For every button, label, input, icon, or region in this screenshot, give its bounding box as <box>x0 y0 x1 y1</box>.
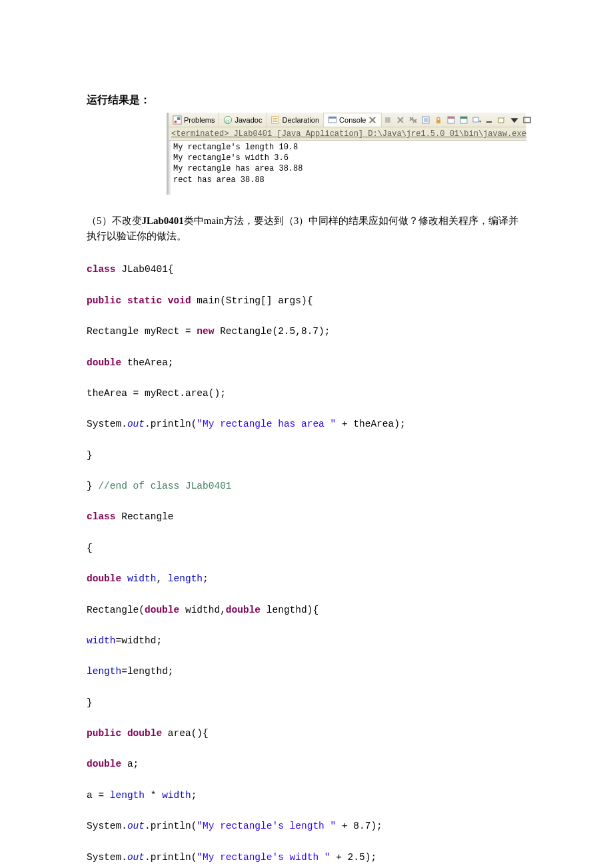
console-screenshot-1: Problems @ Javadoc Declaration Console <box>167 113 526 195</box>
minimize-icon[interactable] <box>483 115 495 125</box>
svg-rect-5 <box>272 116 279 123</box>
svg-rect-27 <box>460 117 467 119</box>
terminate-icon[interactable] <box>382 115 394 125</box>
svg-point-1 <box>174 120 177 123</box>
console-output: My rectangle's length 10.8 My rectangle'… <box>169 141 526 195</box>
svg-rect-12 <box>385 117 390 123</box>
result-heading-1: 运行结果是： <box>87 93 526 107</box>
svg-rect-7 <box>273 120 278 121</box>
problems-icon <box>173 115 182 125</box>
scroll-lock-icon[interactable] <box>432 115 444 125</box>
tab-label: Declaration <box>282 116 319 124</box>
dropdown-icon[interactable] <box>508 115 520 125</box>
display-selected-icon[interactable] <box>458 115 470 125</box>
console-line: rect has area 38.88 <box>173 175 524 185</box>
maximize-icon[interactable] <box>521 115 533 125</box>
question-5-text: （5）不改变JLab0401类中main方法，要达到（3）中同样的结果应如何做？… <box>87 213 526 245</box>
tab-label: Problems <box>184 116 215 124</box>
svg-rect-28 <box>473 117 478 122</box>
tab-console[interactable]: Console <box>324 113 382 127</box>
declaration-icon <box>271 115 280 125</box>
tab-label: Javadoc <box>235 116 262 124</box>
svg-marker-29 <box>479 121 481 123</box>
console-line: My rectangle's length 10.8 <box>173 142 524 153</box>
tab-label: Console <box>339 116 366 124</box>
svg-rect-25 <box>448 117 454 119</box>
remove-all-icon[interactable] <box>407 115 419 125</box>
remove-launch-icon[interactable] <box>394 115 406 125</box>
tab-declaration[interactable]: Declaration <box>267 113 324 127</box>
svg-marker-33 <box>511 118 518 123</box>
svg-rect-9 <box>328 117 336 119</box>
clear-console-icon[interactable] <box>420 115 432 125</box>
console-icon <box>328 115 337 125</box>
svg-rect-30 <box>486 121 492 123</box>
console-toolbar <box>382 115 536 125</box>
console-terminated-line: <terminated> JLab0401 [Java Application]… <box>169 127 526 141</box>
new-console-icon[interactable] <box>496 115 508 125</box>
svg-rect-2 <box>177 117 180 119</box>
svg-rect-6 <box>273 118 278 119</box>
svg-rect-31 <box>498 118 504 123</box>
tab-problems[interactable]: Problems <box>169 113 219 127</box>
javadoc-icon: @ <box>223 115 233 125</box>
pin-console-icon[interactable] <box>445 115 457 125</box>
svg-marker-32 <box>504 117 505 118</box>
svg-rect-34 <box>524 117 530 123</box>
svg-rect-23 <box>436 120 440 123</box>
tab-javadoc[interactable]: @ Javadoc <box>219 113 267 127</box>
svg-text:@: @ <box>225 117 231 123</box>
eclipse-tabbar: Problems @ Javadoc Declaration Console <box>169 113 526 127</box>
console-line: My rectangle has area 38.88 <box>173 163 524 174</box>
open-console-icon[interactable] <box>470 115 482 125</box>
code-block: class JLab0401{ public static void main(… <box>87 247 526 868</box>
console-line: My rectangle's width 3.6 <box>173 153 524 163</box>
close-icon[interactable] <box>368 115 377 125</box>
